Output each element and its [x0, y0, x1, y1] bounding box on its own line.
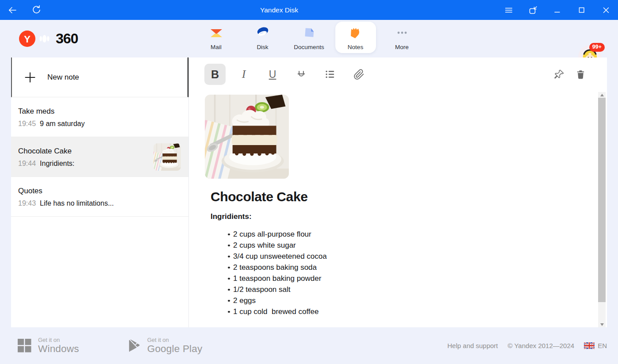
app-switcher: Mail Disk Documents Notes More: [196, 22, 422, 53]
ingredient-item[interactable]: 2 eggs: [228, 295, 567, 306]
minimize-button[interactable]: [545, 0, 569, 20]
ingredient-item[interactable]: 1 cup cold brewed coffee: [228, 306, 567, 317]
bold-icon: B: [211, 68, 219, 81]
uk-flag-icon: [584, 342, 595, 349]
note-list-item[interactable]: Quotes 19:43Life has no limitations...: [11, 177, 188, 217]
tab-more[interactable]: More: [382, 22, 422, 53]
gplay-get-it-on: Get it on: [147, 337, 169, 343]
close-button[interactable]: [594, 0, 618, 20]
tab-mail-label: Mail: [211, 44, 222, 50]
mail-app-icon: [208, 25, 224, 41]
menu-icon: [504, 5, 514, 15]
get-on-windows-button[interactable]: Get it on Windows: [18, 337, 79, 355]
y360-logo[interactable]: Y 360: [19, 31, 78, 47]
disk-app-icon: [255, 25, 271, 41]
note-editor-panel: B I U: [189, 57, 607, 327]
refresh-icon: [31, 4, 42, 15]
new-note-label: New note: [47, 73, 79, 82]
back-icon: [7, 5, 18, 15]
bullet-list-button[interactable]: [319, 64, 341, 85]
tab-more-label: More: [395, 44, 409, 50]
scroll-down-button[interactable]: [598, 322, 606, 327]
ingredient-item[interactable]: 1 teaspoon baking powder: [228, 273, 567, 284]
note-heading-text[interactable]: Ingridients:: [211, 212, 567, 221]
strikethrough-icon: [296, 69, 307, 80]
tab-disk-label: Disk: [257, 44, 268, 50]
ingredient-item[interactable]: 2 cups white sugar: [228, 240, 567, 251]
note-item-time: 19:43: [18, 199, 36, 207]
scroll-up-icon: [600, 94, 604, 96]
note-cake-image[interactable]: [205, 95, 289, 179]
language-selector[interactable]: EN: [584, 342, 607, 349]
app-footer: Get it on Windows Get it on Google Play …: [0, 327, 618, 364]
ingredient-item[interactable]: 3/4 cup unsweetened cocoa: [228, 251, 567, 262]
note-item-time: 19:45: [18, 120, 36, 127]
strikethrough-button[interactable]: [291, 64, 312, 85]
windows-get-it-on: Get it on: [38, 337, 60, 343]
note-title-text[interactable]: Chocolate Cake: [211, 189, 567, 204]
tab-notes-label: Notes: [348, 44, 363, 50]
window-title: Yandex Disk: [260, 6, 298, 14]
pin-note-button[interactable]: [553, 68, 565, 80]
new-note-button[interactable]: New note: [11, 57, 188, 97]
scroll-down-icon: [600, 323, 604, 326]
scroll-up-button[interactable]: [598, 92, 606, 98]
refresh-button[interactable]: [27, 0, 46, 20]
bold-button[interactable]: B: [204, 64, 226, 85]
note-editor-area[interactable]: Chocolate Cake Ingridients: 2 cups all-p…: [189, 88, 607, 317]
note-thumbnail-image: [154, 143, 181, 171]
compact-window-button[interactable]: [521, 0, 545, 20]
delete-note-button[interactable]: [574, 68, 587, 80]
compact-window-icon: [528, 5, 538, 15]
underline-button[interactable]: U: [262, 64, 283, 85]
scrollbar-thumb[interactable]: [598, 98, 606, 302]
tab-notes[interactable]: Notes: [335, 22, 376, 53]
underline-icon: U: [269, 69, 276, 80]
editor-scrollbar[interactable]: [598, 92, 606, 327]
help-and-support-link[interactable]: Help and support: [447, 342, 498, 349]
note-list-item-selected[interactable]: Chocolate Cake 19:44Ingridients:: [11, 137, 188, 177]
italic-button[interactable]: I: [233, 64, 254, 85]
logo-360-text: 360: [56, 31, 78, 47]
maximize-button[interactable]: [569, 0, 594, 20]
app-header: Y 360 Mail Disk Documents Notes: [0, 20, 618, 57]
plus-icon: [24, 72, 36, 83]
documents-app-icon: [301, 25, 317, 41]
yandex-y-icon: Y: [19, 31, 35, 47]
notification-badge: 99+: [589, 43, 605, 52]
ingredient-item[interactable]: 2 teaspoons baking soda: [228, 262, 567, 273]
note-item-preview: Ingridients:: [40, 160, 74, 167]
windows-label: Windows: [38, 343, 79, 355]
notes-sidebar: New note Take meds 19:459 am saturday Ch…: [11, 57, 189, 327]
ingredient-item[interactable]: 1/2 teaspoon salt: [228, 284, 567, 295]
ingredient-item[interactable]: 2 cups all-purpose flour: [228, 229, 567, 240]
note-item-title: Quotes: [18, 187, 181, 195]
tab-disk[interactable]: Disk: [242, 22, 283, 53]
format-toolbar: B I U: [189, 57, 607, 88]
notes-app-icon: [348, 25, 364, 41]
note-list-item[interactable]: Take meds 19:459 am saturday: [11, 97, 188, 137]
attach-button[interactable]: [348, 64, 369, 85]
maximize-icon: [576, 5, 587, 15]
minimize-icon: [552, 5, 563, 15]
bullet-list-icon: [324, 69, 336, 80]
tab-documents[interactable]: Documents: [289, 22, 330, 53]
yandex-disk-window: Yandex Disk Y 360: [0, 0, 618, 364]
google-play-icon: [129, 339, 141, 353]
tab-documents-label: Documents: [294, 44, 324, 50]
get-on-google-play-button[interactable]: Get it on Google Play: [129, 337, 203, 355]
gplay-label: Google Play: [147, 343, 203, 355]
copyright-text: © Yandex 2012—2024: [508, 342, 575, 349]
tab-mail[interactable]: Mail: [196, 22, 237, 53]
more-dots-icon: [394, 25, 410, 41]
language-label: EN: [598, 342, 607, 349]
note-item-time: 19:44: [18, 160, 36, 167]
ingredients-list: 2 cups all-purpose flour 2 cups white su…: [228, 229, 567, 317]
titlebar: Yandex Disk: [0, 0, 618, 20]
menu-button[interactable]: [496, 0, 521, 20]
svg-text:Y: Y: [24, 34, 31, 45]
pin-icon: [553, 69, 565, 80]
back-button[interactable]: [3, 0, 22, 20]
close-icon: [601, 5, 611, 15]
note-item-title: Take meds: [18, 107, 181, 116]
